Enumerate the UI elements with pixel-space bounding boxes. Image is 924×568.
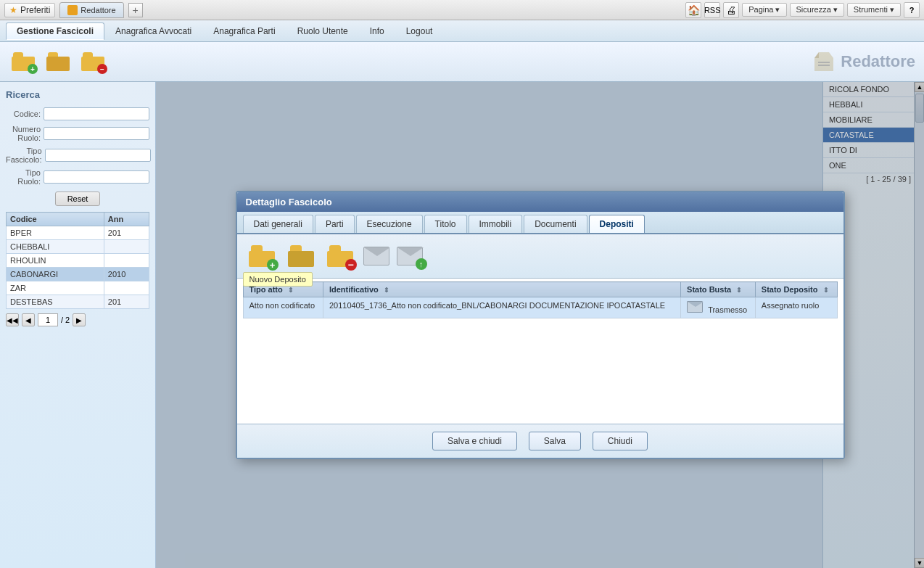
- result-anno: 2010: [104, 268, 149, 281]
- result-anno: [104, 254, 149, 268]
- sort-stato-deposito-icon: ⇕: [823, 287, 829, 294]
- results-table-row[interactable]: CHEBBALI: [7, 240, 149, 254]
- browser-right-controls: 🏠 RSS 🖨 Pagina ▾ Sicurezza ▾ Strumenti ▾…: [685, 2, 920, 18]
- tab-immobili[interactable]: Immobili: [469, 215, 523, 233]
- delete-deposito-button[interactable]: −: [323, 240, 358, 272]
- open-folder-button[interactable]: [44, 47, 73, 76]
- pagina-button[interactable]: Pagina ▾: [742, 3, 786, 17]
- tab-dati-generali[interactable]: Dati generali: [243, 215, 313, 233]
- result-codice: CHEBBALI: [7, 240, 104, 254]
- sort-stato-busta-icon: ⇕: [736, 287, 742, 294]
- modal-tabs: Dati generali Parti Esecuzione Titolo Im…: [237, 212, 843, 234]
- page-number-input[interactable]: [38, 313, 58, 326]
- top-nav: Gestione Fascicoli Anagrafica Avvocati A…: [0, 20, 924, 42]
- codice-label: Codice:: [6, 110, 41, 118]
- tab-parti[interactable]: Parti: [315, 215, 355, 233]
- nav-logout[interactable]: Logout: [395, 22, 444, 40]
- modal-dettaglio-fascicolo: Dettaglio Fascicolo Dati generali Parti …: [236, 191, 845, 459]
- numero-ruolo-input[interactable]: [44, 127, 149, 140]
- modal-body: +: [237, 234, 843, 424]
- col-stato-deposito[interactable]: Stato Deposito ⇕: [755, 282, 837, 297]
- browser-bar: ★ Preferiti Redattore + 🏠 RSS 🖨 Pagina ▾…: [0, 0, 924, 20]
- home-button[interactable]: 🏠: [685, 2, 701, 18]
- codice-field-row: Codice:: [6, 107, 149, 120]
- table-row[interactable]: Atto non codificato 20110405_1736_Atto n…: [243, 297, 837, 318]
- strumenti-button[interactable]: Strumenti ▾: [847, 3, 901, 17]
- reset-button[interactable]: Reset: [55, 192, 101, 206]
- page-area: Gestione Fascicoli Anagrafica Avvocati A…: [0, 20, 924, 568]
- results-table-row[interactable]: BPER201: [7, 226, 149, 240]
- salva-button[interactable]: Salva: [529, 432, 581, 450]
- rss-button[interactable]: RSS: [704, 2, 720, 18]
- nuovo-deposito-tooltip: Nuovo Deposito: [243, 272, 313, 287]
- nuovo-deposito-button[interactable]: +: [244, 240, 279, 272]
- result-codice: BPER: [7, 226, 104, 240]
- new-tab-button[interactable]: +: [128, 3, 143, 17]
- result-codice: DESTEBAS: [7, 295, 104, 309]
- first-page-button[interactable]: ◀◀: [6, 313, 19, 326]
- result-codice: RHOULIN: [7, 254, 104, 268]
- app-logo-icon: [813, 51, 835, 73]
- open-deposito-button[interactable]: [284, 240, 318, 272]
- next-page-button[interactable]: ▶: [73, 313, 86, 326]
- results-table-row[interactable]: ZAR: [7, 281, 149, 295]
- col-stato-busta[interactable]: Stato Busta ⇕: [681, 282, 756, 297]
- left-panel: Ricerca Codice: Numero Ruolo: Tipo Fasci…: [0, 82, 156, 568]
- prev-page-button[interactable]: ◀: [22, 313, 35, 326]
- results-table-row[interactable]: RHOULIN: [7, 254, 149, 268]
- col-identificativo[interactable]: Identificativo ⇕: [323, 282, 680, 297]
- salva-chiudi-button[interactable]: Salva e chiudi: [432, 432, 517, 450]
- result-anno: [104, 281, 149, 295]
- tipo-fascicolo-label: Tipo Fascicolo:: [6, 147, 42, 164]
- add-folder-button[interactable]: +: [9, 47, 38, 76]
- browser-tab[interactable]: Redattore: [59, 2, 123, 18]
- nav-anagrafica-avvocati[interactable]: Anagrafica Avvocati: [104, 22, 202, 40]
- depositi-table-container: Tipo atto ⇕ Identificativo ⇕: [237, 279, 843, 424]
- result-anno: [104, 240, 149, 254]
- tab-label: Redattore: [81, 6, 115, 15]
- tab-titolo[interactable]: Titolo: [424, 215, 467, 233]
- nav-info[interactable]: Info: [359, 22, 395, 40]
- modal-titlebar: Dettaglio Fascicolo: [237, 192, 843, 212]
- main-area: RICOLA FONDO HEBBALI MOBILIARE CATASTALE…: [156, 82, 924, 568]
- col-anno[interactable]: Ann: [104, 213, 149, 226]
- tab-depositi[interactable]: Depositi: [589, 215, 645, 233]
- content-area: Ricerca Codice: Numero Ruolo: Tipo Fasci…: [0, 82, 924, 568]
- help-button[interactable]: ?: [904, 2, 920, 18]
- results-table-row[interactable]: DESTEBAS201: [7, 295, 149, 309]
- nav-anagrafica-parti[interactable]: Anagrafica Parti: [202, 22, 286, 40]
- stato-deposito-cell: Assegnato ruolo: [755, 297, 837, 318]
- envelope-upload-button[interactable]: ↑: [395, 240, 424, 272]
- tab-documenti[interactable]: Documenti: [524, 215, 587, 233]
- tab-esecuzione[interactable]: Esecuzione: [356, 215, 423, 233]
- print-button[interactable]: 🖨: [723, 2, 739, 18]
- numero-ruolo-field-row: Numero Ruolo:: [6, 125, 149, 142]
- nav-gestione-fascicoli[interactable]: Gestione Fascicoli: [6, 22, 104, 40]
- results-table: Codice Ann BPER201CHEBBALIRHOULINCABONAR…: [6, 212, 149, 309]
- tipo-ruolo-label: Tipo Ruolo:: [6, 168, 41, 186]
- stato-busta-icon: [687, 301, 703, 313]
- favorites-button[interactable]: ★ Preferiti: [4, 3, 55, 17]
- tipo-ruolo-input[interactable]: [44, 170, 149, 184]
- tipo-atto-cell: Atto non codificato: [243, 297, 323, 318]
- app-title: Redattore: [813, 51, 915, 73]
- nav-ruolo-utente[interactable]: Ruolo Utente: [286, 22, 359, 40]
- chiudi-button[interactable]: Chiudi: [593, 432, 648, 450]
- result-codice: ZAR: [7, 281, 104, 295]
- sort-identificativo-icon: ⇕: [384, 287, 389, 294]
- results-table-row[interactable]: CABONARGI2010: [7, 268, 149, 281]
- col-codice[interactable]: Codice: [7, 213, 104, 226]
- sicurezza-button[interactable]: Sicurezza ▾: [790, 3, 844, 17]
- tipo-ruolo-field-row: Tipo Ruolo:: [6, 168, 149, 186]
- depositi-toolbar: +: [237, 234, 843, 279]
- search-title: Ricerca: [6, 89, 149, 100]
- tipo-fascicolo-input[interactable]: [45, 149, 151, 162]
- depositi-table: Tipo atto ⇕ Identificativo ⇕: [243, 281, 838, 318]
- delete-folder-button[interactable]: −: [78, 47, 107, 76]
- svg-marker-1: [814, 52, 819, 58]
- pagination: ◀◀ ◀ / 2 ▶: [6, 313, 149, 326]
- sort-tipo-atto-icon: ⇕: [288, 287, 294, 294]
- codice-input[interactable]: [44, 107, 149, 120]
- envelope-button[interactable]: [362, 240, 391, 272]
- tipo-fascicolo-field-row: Tipo Fascicolo:: [6, 147, 149, 164]
